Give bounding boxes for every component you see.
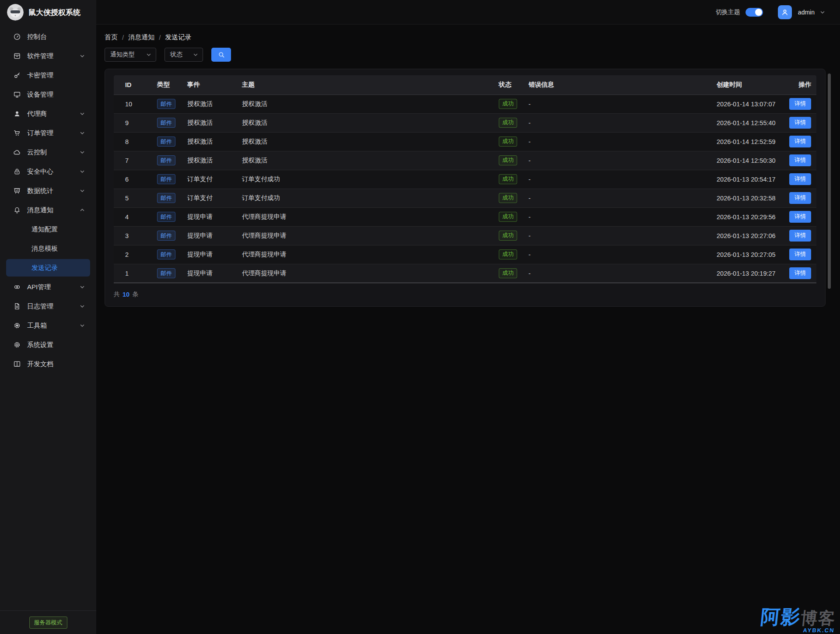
cell-id: 10 (114, 95, 146, 113)
detail-button[interactable]: 详情 (789, 267, 811, 279)
table-row: 4邮件提现申请代理商提现申请成功-2026-01-13 20:29:56详情 (114, 207, 816, 226)
type-badge: 邮件 (157, 174, 175, 185)
cell-subject: 代理商提现申请 (231, 245, 487, 264)
col-id: ID (114, 75, 146, 95)
sidebar-item-label: 订单管理 (27, 129, 80, 137)
cell-error: - (517, 189, 705, 207)
chevron-down-icon (146, 52, 151, 57)
sidebar-subitem-1[interactable]: 通知配置 (6, 221, 90, 238)
cell-created: 2026-01-13 20:19:27 (705, 264, 787, 283)
sidebar-subitem-2[interactable]: 消息模板 (6, 240, 90, 257)
notify-type-select[interactable]: 通知类型 (105, 48, 156, 62)
person-icon (780, 8, 789, 17)
sidebar-item-label: 云控制 (27, 148, 80, 157)
sidebar-item-stats[interactable]: 数据统计 (6, 182, 90, 200)
detail-button[interactable]: 详情 (789, 117, 811, 128)
sidebar-footer: 服务器模式 (0, 610, 96, 634)
sidebar-item-notify[interactable]: 消息通知 (6, 201, 90, 219)
cell-event: 订单支付 (176, 189, 231, 207)
breadcrumb-current: 发送记录 (165, 33, 191, 42)
chevron-down-icon[interactable] (820, 10, 825, 15)
sidebar-item-security[interactable]: 安全中心 (6, 163, 90, 180)
search-icon (217, 51, 225, 59)
detail-button[interactable]: 详情 (789, 173, 811, 185)
total-prefix: 共 (114, 291, 120, 298)
sidebar-item-logs[interactable]: 日志管理 (6, 298, 90, 315)
sidebar-item-software[interactable]: 软件管理 (6, 47, 90, 65)
cell-error: - (517, 264, 705, 283)
breadcrumb-notify[interactable]: 消息通知 (128, 33, 154, 42)
cell-error: - (517, 95, 705, 113)
sidebar-item-dashboard[interactable]: 控制台 (6, 28, 90, 46)
breadcrumb-home[interactable]: 首页 (105, 33, 118, 42)
cell-error: - (517, 207, 705, 226)
detail-button[interactable]: 详情 (789, 249, 811, 260)
cell-event: 提现申请 (176, 207, 231, 226)
username[interactable]: admin (798, 9, 815, 16)
sidebar-item-agent[interactable]: 代理商 (6, 105, 90, 123)
sidebar-item-label: 软件管理 (27, 52, 80, 60)
sidebar-item-docs[interactable]: 开发文档 (6, 355, 90, 373)
col-created: 创建时间 (705, 75, 787, 95)
sidebar-item-label: 系统设置 (27, 341, 85, 349)
cell-id: 6 (114, 170, 146, 189)
detail-button[interactable]: 详情 (789, 230, 811, 241)
sidebar-item-cloud[interactable]: 云控制 (6, 144, 90, 161)
chevron-down-icon (193, 52, 198, 57)
sidebar-item-settings[interactable]: 系统设置 (6, 336, 90, 354)
table-row: 3邮件提现申请代理商提现申请成功-2026-01-13 20:27:06详情 (114, 226, 816, 245)
cell-created: 2026-01-13 20:27:06 (705, 226, 787, 245)
cloud-icon (13, 148, 21, 156)
col-event: 事件 (176, 75, 231, 95)
status-badge: 成功 (499, 193, 517, 203)
status-badge: 成功 (499, 212, 517, 221)
type-badge: 邮件 (157, 155, 175, 166)
pagination-total: 共 10 条 (114, 291, 816, 298)
search-button[interactable] (211, 48, 231, 62)
user-avatar[interactable] (778, 5, 792, 19)
cell-created: 2026-01-13 20:27:05 (705, 245, 787, 264)
detail-button[interactable]: 详情 (789, 154, 811, 166)
type-badge: 邮件 (157, 249, 175, 260)
scrollbar-thumb[interactable] (828, 74, 831, 289)
total-suffix: 条 (132, 291, 138, 298)
sidebar-item-toolbox[interactable]: 工具箱 (6, 317, 90, 334)
sidebar-item-label: API管理 (27, 283, 80, 291)
table-header-row: ID 类型 事件 主题 状态 错误信息 创建时间 操作 (114, 75, 816, 95)
notify-type-placeholder: 通知类型 (110, 51, 135, 59)
cell-subject: 订单支付成功 (231, 189, 487, 207)
cell-event: 授权激活 (176, 151, 231, 170)
detail-button[interactable]: 详情 (789, 192, 811, 203)
theme-toggle[interactable] (746, 8, 763, 17)
detail-button[interactable]: 详情 (789, 98, 811, 109)
cell-subject: 代理商提现申请 (231, 226, 487, 245)
cell-id: 9 (114, 113, 146, 132)
cell-error: - (517, 245, 705, 264)
status-badge: 成功 (499, 174, 517, 184)
detail-button[interactable]: 详情 (789, 136, 811, 147)
sidebar-item-cardkey[interactable]: 卡密管理 (6, 67, 90, 84)
cell-event: 授权激活 (176, 113, 231, 132)
status-select[interactable]: 状态 (164, 48, 203, 62)
type-badge: 邮件 (157, 231, 175, 241)
cell-event: 授权激活 (176, 95, 231, 113)
sidebar-item-label: 消息通知 (27, 206, 80, 214)
status-badge: 成功 (499, 268, 517, 278)
sidebar-item-api[interactable]: API管理 (6, 278, 90, 296)
sidebar-item-label: 日志管理 (27, 302, 80, 311)
cell-created: 2026-01-13 20:29:56 (705, 207, 787, 226)
sidebar-item-order[interactable]: 订单管理 (6, 124, 90, 142)
sidebar-item-label: 卡密管理 (27, 71, 85, 80)
watermark-domain: AYBK.CN (759, 627, 835, 633)
sidebar-subitem-3[interactable]: 发送记录 (6, 259, 90, 277)
sidebar-item-label: 控制台 (27, 33, 85, 41)
cell-event: 提现申请 (176, 245, 231, 264)
type-badge: 邮件 (157, 268, 175, 279)
sidebar: 鼠大侠授权系统 控制台软件管理卡密管理设备管理代理商订单管理云控制安全中心数据统… (0, 0, 96, 634)
sidebar-item-device[interactable]: 设备管理 (6, 86, 90, 103)
status-badge: 成功 (499, 155, 517, 165)
detail-button[interactable]: 详情 (789, 211, 811, 222)
cell-subject: 订单支付成功 (231, 170, 487, 189)
breadcrumb: 首页 / 消息通知 / 发送记录 (105, 33, 840, 42)
theme-toggle-label: 切换主题 (716, 8, 740, 16)
